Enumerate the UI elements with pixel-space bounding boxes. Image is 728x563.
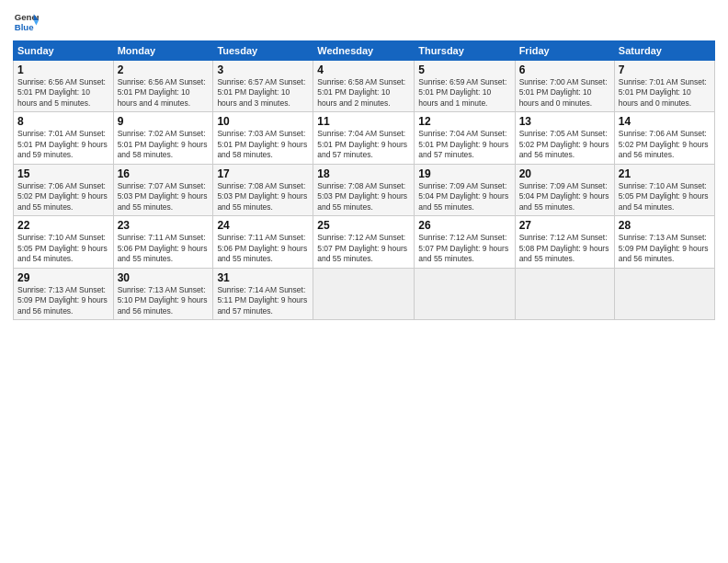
day-cell: 1Sunrise: 6:56 AM Sunset: 5:01 PM Daylig…: [14, 61, 114, 112]
day-detail: Sunrise: 7:08 AM Sunset: 5:03 PM Dayligh…: [317, 181, 410, 213]
day-number: 10: [217, 115, 309, 128]
day-number: 30: [118, 271, 210, 284]
day-number: 9: [118, 115, 210, 128]
day-detail: Sunrise: 7:05 AM Sunset: 5:02 PM Dayligh…: [519, 129, 610, 160]
col-header-wednesday: Wednesday: [313, 41, 415, 61]
week-row-1: 1Sunrise: 6:56 AM Sunset: 5:01 PM Daylig…: [14, 61, 715, 112]
day-cell: 9Sunrise: 7:02 AM Sunset: 5:01 PM Daylig…: [113, 112, 213, 164]
day-cell: 7Sunrise: 7:01 AM Sunset: 5:01 PM Daylig…: [614, 61, 714, 112]
day-cell: 4Sunrise: 6:58 AM Sunset: 5:01 PM Daylig…: [313, 61, 415, 112]
day-detail: Sunrise: 7:14 AM Sunset: 5:11 PM Dayligh…: [217, 285, 309, 316]
day-number: 16: [118, 167, 210, 180]
day-cell: 2Sunrise: 6:56 AM Sunset: 5:01 PM Daylig…: [113, 61, 213, 112]
day-detail: Sunrise: 7:03 AM Sunset: 5:01 PM Dayligh…: [217, 129, 309, 160]
day-detail: Sunrise: 7:07 AM Sunset: 5:03 PM Dayligh…: [118, 181, 210, 213]
day-number: 3: [217, 63, 309, 76]
header: General Blue: [13, 9, 715, 35]
day-cell: 25Sunrise: 7:12 AM Sunset: 5:07 PM Dayli…: [313, 216, 415, 268]
day-detail: Sunrise: 7:13 AM Sunset: 5:09 PM Dayligh…: [619, 233, 711, 264]
day-detail: Sunrise: 7:00 AM Sunset: 5:01 PM Dayligh…: [519, 77, 610, 109]
day-number: 6: [519, 63, 610, 76]
day-number: 2: [118, 63, 210, 76]
day-cell: 28Sunrise: 7:13 AM Sunset: 5:09 PM Dayli…: [614, 216, 714, 268]
col-header-thursday: Thursday: [415, 41, 515, 61]
day-number: 11: [317, 115, 410, 128]
svg-text:Blue: Blue: [15, 22, 34, 32]
day-cell: [415, 268, 515, 319]
day-cell: 29Sunrise: 7:13 AM Sunset: 5:09 PM Dayli…: [14, 268, 114, 319]
day-cell: 24Sunrise: 7:11 AM Sunset: 5:06 PM Dayli…: [213, 216, 313, 268]
logo-icon: General Blue: [13, 9, 39, 35]
day-number: 14: [619, 115, 711, 128]
day-detail: Sunrise: 7:08 AM Sunset: 5:03 PM Dayligh…: [217, 181, 309, 213]
day-cell: 10Sunrise: 7:03 AM Sunset: 5:01 PM Dayli…: [213, 112, 313, 164]
day-detail: Sunrise: 7:10 AM Sunset: 5:05 PM Dayligh…: [619, 181, 711, 213]
day-detail: Sunrise: 7:12 AM Sunset: 5:07 PM Dayligh…: [317, 233, 410, 264]
day-detail: Sunrise: 7:04 AM Sunset: 5:01 PM Dayligh…: [418, 129, 510, 160]
day-number: 21: [619, 167, 711, 180]
day-cell: 3Sunrise: 6:57 AM Sunset: 5:01 PM Daylig…: [213, 61, 313, 112]
day-cell: 8Sunrise: 7:01 AM Sunset: 5:01 PM Daylig…: [14, 112, 114, 164]
day-number: 17: [217, 167, 309, 180]
day-cell: 21Sunrise: 7:10 AM Sunset: 5:05 PM Dayli…: [614, 164, 714, 215]
day-number: 23: [118, 219, 210, 232]
day-cell: 18Sunrise: 7:08 AM Sunset: 5:03 PM Dayli…: [313, 164, 415, 215]
day-number: 28: [619, 219, 711, 232]
day-cell: 14Sunrise: 7:06 AM Sunset: 5:02 PM Dayli…: [614, 112, 714, 164]
col-header-friday: Friday: [515, 41, 614, 61]
day-cell: 17Sunrise: 7:08 AM Sunset: 5:03 PM Dayli…: [213, 164, 313, 215]
col-header-sunday: Sunday: [14, 41, 114, 61]
day-cell: 22Sunrise: 7:10 AM Sunset: 5:05 PM Dayli…: [14, 216, 114, 268]
day-detail: Sunrise: 6:59 AM Sunset: 5:01 PM Dayligh…: [418, 77, 510, 109]
day-detail: Sunrise: 7:09 AM Sunset: 5:04 PM Dayligh…: [418, 181, 510, 213]
day-cell: 31Sunrise: 7:14 AM Sunset: 5:11 PM Dayli…: [213, 268, 313, 319]
logo: General Blue: [13, 9, 40, 35]
day-cell: 13Sunrise: 7:05 AM Sunset: 5:02 PM Dayli…: [515, 112, 614, 164]
day-detail: Sunrise: 7:02 AM Sunset: 5:01 PM Dayligh…: [118, 129, 210, 160]
day-number: 27: [519, 219, 610, 232]
day-detail: Sunrise: 7:09 AM Sunset: 5:04 PM Dayligh…: [519, 181, 610, 213]
day-detail: Sunrise: 7:06 AM Sunset: 5:02 PM Dayligh…: [17, 181, 109, 213]
day-cell: 12Sunrise: 7:04 AM Sunset: 5:01 PM Dayli…: [415, 112, 515, 164]
day-number: 24: [217, 219, 309, 232]
col-header-tuesday: Tuesday: [213, 41, 313, 61]
day-number: 13: [519, 115, 610, 128]
day-cell: 20Sunrise: 7:09 AM Sunset: 5:04 PM Dayli…: [515, 164, 614, 215]
day-cell: [313, 268, 415, 319]
day-cell: 27Sunrise: 7:12 AM Sunset: 5:08 PM Dayli…: [515, 216, 614, 268]
day-detail: Sunrise: 7:01 AM Sunset: 5:01 PM Dayligh…: [17, 129, 109, 160]
day-detail: Sunrise: 7:06 AM Sunset: 5:02 PM Dayligh…: [619, 129, 711, 160]
day-detail: Sunrise: 6:57 AM Sunset: 5:01 PM Dayligh…: [217, 77, 309, 109]
day-detail: Sunrise: 7:12 AM Sunset: 5:08 PM Dayligh…: [519, 233, 610, 264]
day-detail: Sunrise: 7:11 AM Sunset: 5:06 PM Dayligh…: [217, 233, 309, 264]
day-number: 8: [17, 115, 109, 128]
col-header-monday: Monday: [113, 41, 213, 61]
day-cell: 26Sunrise: 7:12 AM Sunset: 5:07 PM Dayli…: [415, 216, 515, 268]
day-cell: 11Sunrise: 7:04 AM Sunset: 5:01 PM Dayli…: [313, 112, 415, 164]
day-number: 31: [217, 271, 309, 284]
day-cell: 19Sunrise: 7:09 AM Sunset: 5:04 PM Dayli…: [415, 164, 515, 215]
day-cell: [614, 268, 714, 319]
day-number: 12: [418, 115, 510, 128]
day-number: 19: [418, 167, 510, 180]
day-number: 15: [17, 167, 109, 180]
day-detail: Sunrise: 7:11 AM Sunset: 5:06 PM Dayligh…: [118, 233, 210, 264]
week-row-4: 22Sunrise: 7:10 AM Sunset: 5:05 PM Dayli…: [14, 216, 715, 268]
day-detail: Sunrise: 7:13 AM Sunset: 5:09 PM Dayligh…: [17, 285, 109, 316]
week-row-2: 8Sunrise: 7:01 AM Sunset: 5:01 PM Daylig…: [14, 112, 715, 164]
day-detail: Sunrise: 7:10 AM Sunset: 5:05 PM Dayligh…: [17, 233, 109, 264]
svg-marker-3: [34, 20, 39, 25]
calendar-table: SundayMondayTuesdayWednesdayThursdayFrid…: [13, 40, 715, 320]
day-number: 18: [317, 167, 410, 180]
week-row-5: 29Sunrise: 7:13 AM Sunset: 5:09 PM Dayli…: [14, 268, 715, 319]
day-number: 5: [418, 63, 510, 76]
day-cell: 6Sunrise: 7:00 AM Sunset: 5:01 PM Daylig…: [515, 61, 614, 112]
day-number: 1: [17, 63, 109, 76]
day-detail: Sunrise: 7:04 AM Sunset: 5:01 PM Dayligh…: [317, 129, 410, 160]
page: General Blue SundayMondayTuesdayWednesda…: [0, 0, 728, 563]
day-cell: 30Sunrise: 7:13 AM Sunset: 5:10 PM Dayli…: [113, 268, 213, 319]
day-cell: 23Sunrise: 7:11 AM Sunset: 5:06 PM Dayli…: [113, 216, 213, 268]
day-detail: Sunrise: 7:01 AM Sunset: 5:01 PM Dayligh…: [619, 77, 711, 109]
day-number: 26: [418, 219, 510, 232]
day-cell: [515, 268, 614, 319]
